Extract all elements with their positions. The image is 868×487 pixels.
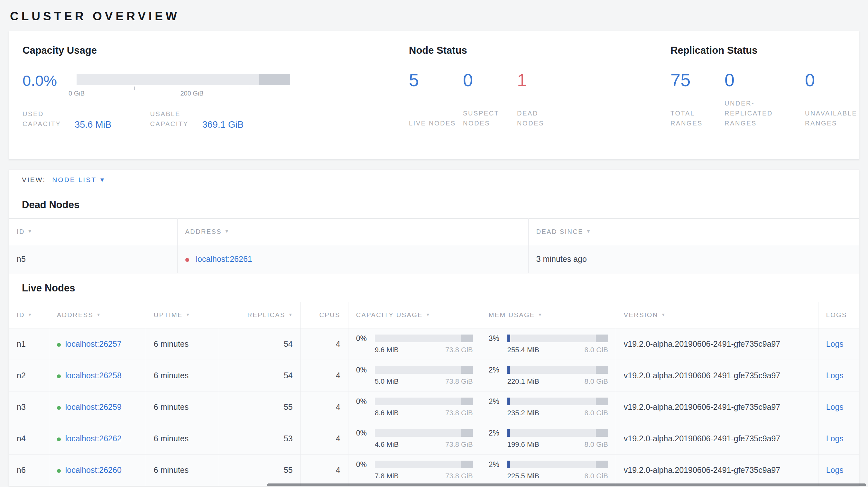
replication-status-section: Replication Status 75 TOTAL RANGES 0 UND… [657,31,859,159]
node-mem-usage-cell: 2% 220.1 MiB8.0 GiB [480,360,616,391]
node-address-link[interactable]: localhost:26257 [65,339,122,348]
mem-used-value: 235.2 MiB [507,409,539,417]
horizontal-scrollbar[interactable] [267,483,866,486]
mem-bar-fill [507,334,510,342]
capacity-percent: 0% [356,397,375,406]
sort-desc-icon: ▼ [28,312,32,317]
capacity-bar [375,429,473,437]
capacity-used-value: 5.0 MiB [375,377,399,386]
view-label: VIEW: [22,176,46,184]
column-header-logs[interactable]: LOGS [818,302,859,328]
node-cpus-cell: 4 [301,328,348,360]
node-id-cell: n2 [9,360,49,391]
logs-link[interactable]: Logs [826,465,843,475]
mem-bar [507,397,608,405]
node-list-card: VIEW: NODE LIST ▾ Dead Nodes ID▼ ADDRESS… [9,169,859,486]
sort-desc-icon: ▼ [586,229,591,234]
node-id-cell: n1 [9,328,49,360]
capacity-used-value: 8.6 MiB [375,409,399,417]
node-version-cell: v19.2.0-alpha.20190606-2491-gfe735c9a97 [616,360,818,391]
under-replicated-ranges-label: UNDER-REPLICATED RANGES [724,98,773,128]
live-node-row: n3 localhost:26259 6 minutes 55 4 0% 8.6… [9,391,859,423]
node-address-link[interactable]: localhost:26261 [196,254,252,263]
column-header-version[interactable]: VERSION▼ [616,302,818,328]
node-id-cell: n4 [9,423,49,455]
column-header-id[interactable]: ID▼ [9,302,49,328]
column-header-dead-since[interactable]: DEAD SINCE▼ [528,219,859,245]
node-capacity-usage-cell: 0% 5.0 MiB73.8 GiB [348,360,480,391]
unavailable-ranges-count: 0 [805,71,859,89]
column-header-address[interactable]: ADDRESS▼ [49,302,146,328]
dead-nodes-label: DEAD NODES [517,108,566,128]
usable-capacity-value: 369.1 GiB [202,119,244,130]
summary-card: Capacity Usage 0.0% 0 GiB 200 GiB [9,31,859,160]
node-status-dot-live [57,469,61,473]
under-replicated-ranges-stat: 0 UNDER-REPLICATED RANGES [724,71,805,128]
dead-nodes-heading: Dead Nodes [9,190,859,219]
column-header-id[interactable]: ID▼ [9,219,177,245]
column-header-capacity-usage[interactable]: CAPACITY USAGE▼ [348,302,480,328]
node-id-cell: n5 [9,245,177,273]
mem-total-value: 8.0 GiB [584,346,608,354]
node-cpus-cell: 4 [301,360,348,391]
mem-percent: 2% [489,366,507,375]
live-nodes-table: ID▼ ADDRESS▼ UPTIME▼ REPLICAS▼ CPUS CAPA… [9,302,859,486]
capacity-bar [76,74,290,85]
suspect-nodes-stat: 0 SUSPECT NODES [463,71,517,128]
mem-used-value: 220.1 MiB [507,377,539,386]
node-address-cell: localhost:26261 [177,245,528,273]
live-node-row: n1 localhost:26257 6 minutes 54 4 0% 9.6… [9,328,859,360]
capacity-bar [375,334,473,342]
node-version-cell: v19.2.0-alpha.20190606-2491-gfe735c9a97 [616,455,818,486]
logs-link[interactable]: Logs [826,434,843,443]
dead-nodes-count: 1 [517,71,571,89]
node-dead-since-cell: 3 minutes ago [528,245,859,273]
mem-total-value: 8.0 GiB [584,409,608,417]
capacity-gauge: 0.0% 0 GiB 200 GiB [23,73,395,101]
node-address-link[interactable]: localhost:26262 [65,434,122,443]
sort-desc-icon: ▼ [224,229,229,234]
column-header-address[interactable]: ADDRESS▼ [177,219,528,245]
dead-nodes-stat: 1 DEAD NODES [517,71,571,128]
node-version-cell: v19.2.0-alpha.20190606-2491-gfe735c9a97 [616,328,818,360]
page-title: CLUSTER OVERVIEW [9,0,859,31]
view-selected-value: NODE LIST [52,176,96,184]
dead-node-row: n5 localhost:26261 3 minutes ago [9,245,859,273]
node-address-link[interactable]: localhost:26259 [65,402,122,412]
node-replicas-cell: 54 [219,360,301,391]
suspect-nodes-count: 0 [463,71,517,89]
node-id-cell: n6 [9,455,49,486]
mem-bar [507,334,608,342]
mem-bar [507,429,608,437]
under-replicated-ranges-count: 0 [724,71,805,89]
mem-bar [507,366,608,374]
logs-link[interactable]: Logs [826,339,843,348]
mem-used-value: 199.6 MiB [507,441,539,449]
node-cpus-cell: 4 [301,423,348,455]
node-capacity-usage-cell: 0% 9.6 MiB73.8 GiB [348,328,480,360]
column-header-cpus[interactable]: CPUS [301,302,348,328]
node-address-cell: localhost:26257 [49,328,146,360]
node-replicas-cell: 54 [219,328,301,360]
logs-link[interactable]: Logs [826,371,843,380]
axis-label: 200 GiB [180,90,203,97]
live-node-row: n2 localhost:26258 6 minutes 54 4 0% 5.0… [9,360,859,391]
column-header-uptime[interactable]: UPTIME▼ [146,302,219,328]
capacity-usage-title: Capacity Usage [23,45,395,56]
logs-link[interactable]: Logs [826,402,843,412]
mem-bar-fill [507,429,510,437]
node-status-dot-dead [185,258,189,262]
sort-desc-icon: ▼ [426,312,430,317]
node-address-link[interactable]: localhost:26260 [65,465,122,475]
column-header-replicas[interactable]: REPLICAS▼ [219,302,301,328]
node-address-link[interactable]: localhost:26258 [65,371,122,380]
capacity-total-value: 73.8 GiB [445,346,473,354]
node-id-cell: n3 [9,391,49,423]
capacity-percent: 0% [356,460,375,469]
capacity-total-value: 73.8 GiB [445,377,473,386]
view-selector-dropdown[interactable]: NODE LIST ▾ [52,175,104,184]
node-version-cell: v19.2.0-alpha.20190606-2491-gfe735c9a97 [616,391,818,423]
caret-down-icon: ▾ [100,175,104,184]
node-logs-cell: Logs [818,455,859,486]
column-header-mem-usage[interactable]: MEM USAGE▼ [480,302,616,328]
